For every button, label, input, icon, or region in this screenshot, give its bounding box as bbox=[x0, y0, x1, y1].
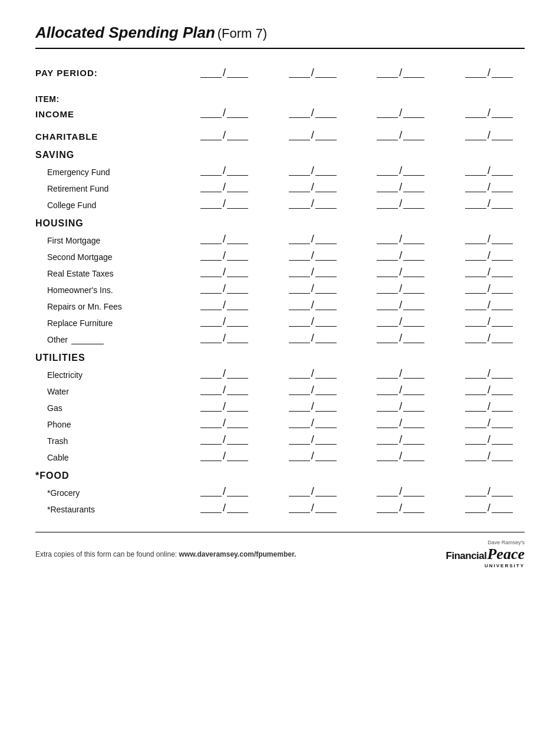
blank-line bbox=[227, 68, 248, 78]
item-label: College Fund bbox=[35, 200, 200, 210]
item-columns: / / / / bbox=[200, 367, 525, 380]
item-columns: / / / / bbox=[200, 315, 525, 328]
footer-url: www.daveramsey.com/fpumember. bbox=[179, 550, 296, 558]
section-label: ITEM: bbox=[35, 94, 200, 104]
logo-block: Dave Ramsey's Financial Peace University bbox=[446, 540, 525, 568]
field-1: / bbox=[200, 107, 248, 119]
blank-line bbox=[465, 68, 486, 78]
pay-period-field-3: / bbox=[377, 67, 424, 79]
item-columns: / / / / bbox=[200, 417, 525, 429]
item-columns: / / / / bbox=[200, 299, 525, 311]
footer: Extra copies of this form can be found o… bbox=[35, 532, 525, 568]
item-label: Trash bbox=[35, 436, 200, 446]
item-water: Water / / / / bbox=[35, 382, 525, 396]
item-grocery: *Grocery / / / / bbox=[35, 484, 525, 498]
item-columns: / / / / bbox=[200, 332, 525, 344]
item-label: Phone bbox=[35, 420, 200, 429]
item-cable: Cable / / / / bbox=[35, 448, 525, 462]
item-columns: / / / / bbox=[200, 198, 525, 210]
item-columns: / / / / bbox=[200, 433, 525, 446]
item-retirement-fund: Retirement Fund / / / / bbox=[35, 179, 525, 193]
charitable-columns: / / / / bbox=[200, 129, 525, 142]
section-charitable: CHARITABLE / / / / bbox=[35, 127, 525, 142]
item-label: Retirement Fund bbox=[35, 184, 200, 193]
blank-line bbox=[289, 68, 310, 78]
field-4: / bbox=[465, 107, 513, 119]
item-label: Other bbox=[35, 335, 200, 344]
item-college-fund: College Fund / / / / bbox=[35, 196, 525, 210]
food-header: *FOOD bbox=[35, 471, 525, 481]
field-2: / bbox=[289, 107, 337, 119]
section-income: ITEM: INCOME / / / / bbox=[35, 90, 525, 119]
blank-line bbox=[377, 68, 398, 78]
pay-period-label: PAY PERIOD: bbox=[35, 68, 200, 78]
pay-period-field-2: / bbox=[289, 67, 337, 79]
item-label: Second Mortgage bbox=[35, 252, 200, 262]
pay-period-field-4: / bbox=[465, 67, 513, 79]
item-columns: / / / / bbox=[200, 266, 525, 278]
item-columns: / / / / bbox=[200, 181, 525, 193]
logo-financial: Financial bbox=[446, 550, 486, 562]
item-row-income: INCOME / / / / bbox=[35, 105, 525, 119]
item-electricity: Electricity / / / / bbox=[35, 366, 525, 380]
field-1: / bbox=[200, 129, 248, 142]
pay-period-columns: / / / / bbox=[200, 67, 525, 79]
utilities-header: UTILITIES bbox=[35, 353, 525, 363]
pay-period-field-1: / bbox=[200, 67, 248, 79]
item-phone: Phone / / / / bbox=[35, 415, 525, 429]
logo-main: Financial Peace bbox=[446, 545, 525, 563]
item-label: *Restaurants bbox=[35, 505, 200, 514]
item-label: Homeowner's Ins. bbox=[35, 285, 200, 295]
blank-line bbox=[492, 68, 513, 78]
item-columns: / / / / bbox=[200, 400, 525, 413]
item-label: Electricity bbox=[35, 370, 200, 380]
saving-header: SAVING bbox=[35, 150, 525, 160]
item-label: Emergency Fund bbox=[35, 167, 200, 177]
section-food: *FOOD *Grocery / / / / *Restaurants / / … bbox=[35, 471, 525, 514]
item-other: Other / / / / bbox=[35, 330, 525, 344]
logo-peace: Peace bbox=[487, 545, 525, 563]
field-2: / bbox=[289, 129, 337, 142]
item-columns: / / / / bbox=[200, 233, 525, 245]
item-homeowners-ins: Homeowner's Ins. / / / / bbox=[35, 281, 525, 295]
logo-area: Dave Ramsey's Financial Peace University bbox=[446, 540, 525, 568]
page-title-bold: Allocated Spending Plan bbox=[35, 24, 215, 41]
section-saving: SAVING Emergency Fund / / / / Retirement… bbox=[35, 150, 525, 210]
charitable-row: CHARITABLE / / / / bbox=[35, 127, 525, 142]
item-label: *Grocery bbox=[35, 488, 200, 498]
page-header: Allocated Spending Plan (Form 7) bbox=[35, 24, 525, 49]
item-replace-furniture: Replace Furniture / / / / bbox=[35, 314, 525, 328]
logo-university: University bbox=[446, 563, 525, 568]
item-label: First Mortgage bbox=[35, 236, 200, 245]
item-label: Gas bbox=[35, 403, 200, 413]
item-label: Replace Furniture bbox=[35, 318, 200, 328]
blank-line bbox=[315, 68, 337, 78]
item-gas: Gas / / / / bbox=[35, 399, 525, 413]
item-label: Real Estate Taxes bbox=[35, 269, 200, 278]
item-columns: / / / / bbox=[200, 450, 525, 462]
item-label: Repairs or Mn. Fees bbox=[35, 302, 200, 311]
pay-period-row: PAY PERIOD: / / / / bbox=[35, 67, 525, 79]
item-trash: Trash / / / / bbox=[35, 432, 525, 446]
item-emergency-fund: Emergency Fund / / / / bbox=[35, 163, 525, 177]
field-3: / bbox=[377, 129, 424, 142]
item-columns: / / / / bbox=[200, 485, 525, 498]
income-label: INCOME bbox=[35, 109, 200, 119]
item-label: Water bbox=[35, 387, 200, 396]
item-repairs-fees: Repairs or Mn. Fees / / / / bbox=[35, 297, 525, 311]
footer-copy-text: Extra copies of this form can be found o… bbox=[35, 550, 296, 558]
blank-line bbox=[200, 68, 222, 78]
item-columns: / / / / bbox=[200, 502, 525, 514]
item-label: Cable bbox=[35, 453, 200, 462]
item-real-estate-taxes: Real Estate Taxes / / / / bbox=[35, 264, 525, 278]
item-row: ITEM: bbox=[35, 90, 525, 104]
item-second-mortgage: Second Mortgage / / / / bbox=[35, 248, 525, 262]
field-3: / bbox=[377, 107, 424, 119]
item-columns: / / / / bbox=[200, 384, 525, 396]
income-columns: / / / / bbox=[200, 107, 525, 119]
blank-line bbox=[403, 68, 424, 78]
logo-dave: Dave Ramsey's bbox=[446, 540, 525, 545]
item-columns: / / / / bbox=[200, 249, 525, 262]
item-restaurants: *Restaurants / / / / bbox=[35, 500, 525, 514]
section-utilities: UTILITIES Electricity / / / / Water / / … bbox=[35, 353, 525, 462]
